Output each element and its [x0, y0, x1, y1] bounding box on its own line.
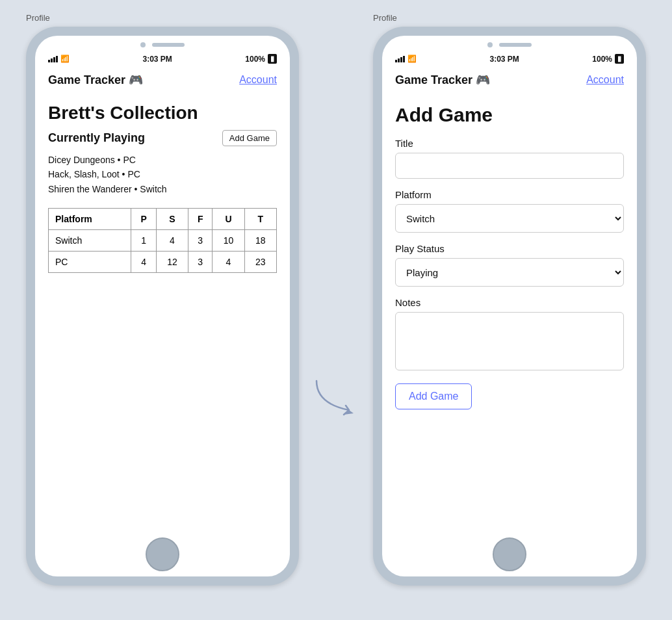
row1-f: 3 — [188, 230, 213, 252]
game-item-3: Shiren the Wanderer • Switch — [48, 182, 277, 196]
title-input[interactable] — [395, 153, 624, 179]
notes-textarea[interactable] — [395, 312, 624, 370]
row2-t: 23 — [244, 252, 276, 273]
add-game-button-1[interactable]: Add Game — [222, 130, 277, 146]
notes-field-group: Notes — [395, 297, 624, 373]
wifi-icon-1: 📶 — [60, 55, 70, 63]
game-item-2: Hack, Slash, Loot • PC — [48, 167, 277, 181]
row1-t: 18 — [244, 230, 276, 252]
speaker-bar-1 — [152, 43, 185, 47]
status-right-2: 100% ▮ — [592, 54, 624, 64]
phone-body-1: 📶 3:03 PM 100% ▮ Game Tracker 🎮 Account — [26, 27, 299, 586]
account-link-2[interactable]: Account — [586, 74, 624, 86]
play-status-label: Play Status — [395, 243, 624, 254]
phone-body-2: 📶 3:03 PM 100% ▮ Game Tracker 🎮 Account — [373, 27, 646, 586]
notes-label: Notes — [395, 297, 624, 308]
add-game-submit-button[interactable]: Add Game — [395, 383, 472, 409]
phone-bottom-2 — [382, 530, 637, 576]
phone-notch-2 — [382, 36, 637, 51]
camera-dot-2 — [487, 42, 493, 47]
signal-icon-2 — [395, 56, 405, 62]
table-header-t: T — [244, 209, 276, 230]
platform-table: Platform P S F U T Switch — [48, 208, 277, 273]
row2-s: 12 — [156, 252, 188, 273]
row2-u: 4 — [213, 252, 244, 273]
collection-title: Brett's Collection — [48, 103, 277, 123]
status-left-1: 📶 — [48, 55, 70, 63]
status-bar-2: 📶 3:03 PM 100% ▮ — [382, 51, 637, 66]
game-list: Dicey Dungeons • PC Hack, Slash, Loot • … — [48, 153, 277, 196]
title-label: Title — [395, 138, 624, 149]
platform-field-group: Platform Switch PC PS5 Xbox Other — [395, 189, 624, 233]
table-row-pc: PC 4 12 3 4 23 — [49, 252, 277, 273]
account-link-1[interactable]: Account — [239, 74, 277, 86]
wifi-icon-2: 📶 — [407, 55, 417, 63]
camera-dot-1 — [140, 42, 146, 47]
platform-select[interactable]: Switch PC PS5 Xbox Other — [395, 204, 624, 233]
profile-label-1: Profile — [26, 13, 50, 23]
row2-f: 3 — [188, 252, 213, 273]
battery-percent-1: 100% — [245, 55, 265, 64]
title-field-group: Title — [395, 138, 624, 179]
app-header-1: Game Tracker 🎮 Account — [48, 66, 277, 95]
status-left-2: 📶 — [395, 55, 417, 63]
phone-2: Profile — [373, 13, 646, 586]
row1-p: 1 — [131, 230, 157, 252]
table-header-platform: Platform — [49, 209, 131, 230]
play-status-select[interactable]: Playing Finished Shelved Unplayed — [395, 258, 624, 287]
table-header-f: F — [188, 209, 213, 230]
battery-icon-2: ▮ — [615, 54, 624, 64]
app-title-2: Game Tracker 🎮 — [395, 73, 490, 87]
add-game-form-title: Add Game — [395, 104, 624, 126]
phone-screen-1: 📶 3:03 PM 100% ▮ Game Tracker 🎮 Account — [35, 36, 290, 576]
phone-bottom-1 — [35, 530, 290, 576]
row2-p: 4 — [131, 252, 157, 273]
game-item-1: Dicey Dungeons • PC — [48, 153, 277, 167]
table-header-u: U — [213, 209, 244, 230]
row1-platform: Switch — [49, 230, 131, 252]
section-header: Currently Playing Add Game — [48, 130, 277, 146]
home-button-2[interactable] — [493, 537, 526, 571]
status-time-2: 3:03 PM — [489, 55, 519, 64]
phone-content-2: Game Tracker 🎮 Account Add Game Title Pl… — [382, 66, 637, 530]
row2-platform: PC — [49, 252, 131, 273]
signal-icon-1 — [48, 56, 58, 62]
app-header-2: Game Tracker 🎮 Account — [395, 66, 624, 95]
phone-1: Profile — [26, 13, 299, 586]
battery-icon-1: ▮ — [268, 54, 277, 64]
row1-s: 4 — [156, 230, 188, 252]
home-button-1[interactable] — [146, 537, 179, 571]
status-right-1: 100% ▮ — [245, 54, 277, 64]
phone-screen-2: 📶 3:03 PM 100% ▮ Game Tracker 🎮 Account — [382, 36, 637, 576]
table-header-s: S — [156, 209, 188, 230]
row1-u: 10 — [213, 230, 244, 252]
currently-playing-label: Currently Playing — [48, 131, 145, 145]
table-row-switch: Switch 1 4 3 10 18 — [49, 230, 277, 252]
app-title-1: Game Tracker 🎮 — [48, 73, 143, 87]
status-bar-1: 📶 3:03 PM 100% ▮ — [35, 51, 290, 66]
phone-content-1: Game Tracker 🎮 Account Brett's Collectio… — [35, 66, 290, 530]
battery-percent-2: 100% — [592, 55, 612, 64]
navigation-arrow — [310, 368, 362, 420]
speaker-bar-2 — [499, 43, 532, 47]
table-header-p: P — [131, 209, 157, 230]
phone-notch-1 — [35, 36, 290, 51]
platform-label: Platform — [395, 189, 624, 200]
profile-label-2: Profile — [373, 13, 397, 23]
arrow-area — [310, 13, 362, 586]
status-time-1: 3:03 PM — [142, 55, 172, 64]
play-status-field-group: Play Status Playing Finished Shelved Unp… — [395, 243, 624, 287]
